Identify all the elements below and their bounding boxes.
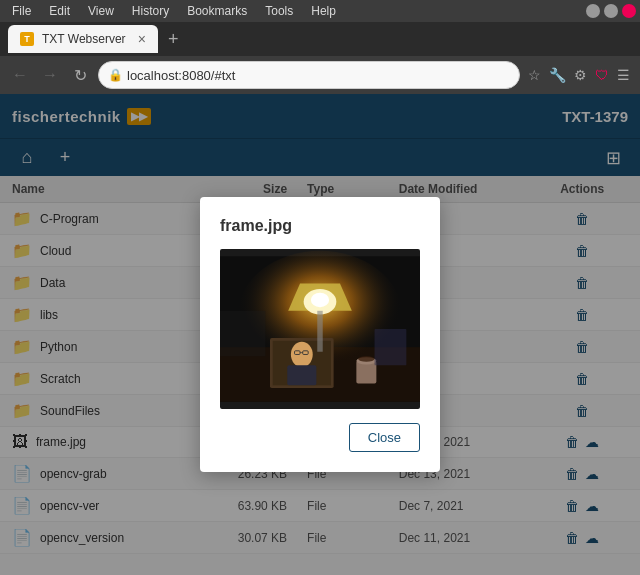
forward-button[interactable]: → (38, 63, 62, 87)
menubar: File Edit View History Bookmarks Tools H… (0, 0, 640, 22)
star-icon[interactable]: ☆ (526, 65, 543, 85)
url-container: 🔒 (98, 61, 520, 89)
image-preview-modal: frame.jpg (200, 197, 440, 472)
menu-edit[interactable]: Edit (41, 2, 78, 20)
svg-point-15 (358, 356, 374, 361)
svg-rect-16 (317, 311, 322, 352)
reload-button[interactable]: ↻ (68, 63, 92, 87)
maximize-button[interactable] (604, 4, 618, 18)
lock-icon: 🔒 (108, 68, 123, 82)
svg-rect-17 (375, 329, 407, 365)
svg-rect-18 (220, 311, 265, 356)
tab-label: TXT Webserver (42, 32, 126, 46)
back-button[interactable]: ← (8, 63, 32, 87)
menu-bookmarks[interactable]: Bookmarks (179, 2, 255, 20)
tabbar: T TXT Webserver × + (0, 22, 640, 56)
modal-image (220, 249, 420, 409)
svg-point-8 (291, 342, 313, 367)
new-tab-button[interactable]: + (162, 29, 185, 50)
tools-icon[interactable]: 🔧 (547, 65, 568, 85)
tab-close-button[interactable]: × (138, 32, 146, 46)
addressbar: ← → ↻ 🔒 ☆ 🔧 ⚙ 🛡 ☰ (0, 56, 640, 94)
modal-footer: Close (220, 423, 420, 452)
minimize-button[interactable] (586, 4, 600, 18)
close-button[interactable] (622, 4, 636, 18)
menu-icon[interactable]: ☰ (615, 65, 632, 85)
active-tab[interactable]: T TXT Webserver × (8, 25, 158, 53)
menu-view[interactable]: View (80, 2, 122, 20)
svg-point-5 (311, 293, 329, 308)
menu-help[interactable]: Help (303, 2, 344, 20)
modal-title: frame.jpg (220, 217, 420, 235)
browser-content: fischertechnik ▶▶ TXT-1379 ⌂ + ⊞ Name Si… (0, 94, 640, 575)
menu-history[interactable]: History (124, 2, 177, 20)
tab-favicon: T (20, 32, 34, 46)
url-input[interactable] (98, 61, 520, 89)
modal-overlay[interactable]: frame.jpg (0, 94, 640, 575)
extensions-icon[interactable]: ⚙ (572, 65, 589, 85)
modal-close-button[interactable]: Close (349, 423, 420, 452)
window-controls (586, 4, 636, 18)
address-bar-icons: ☆ 🔧 ⚙ 🛡 ☰ (526, 65, 632, 85)
menu-file[interactable]: File (4, 2, 39, 20)
menu-tools[interactable]: Tools (257, 2, 301, 20)
svg-rect-9 (287, 365, 316, 385)
shield-icon[interactable]: 🛡 (593, 65, 611, 85)
